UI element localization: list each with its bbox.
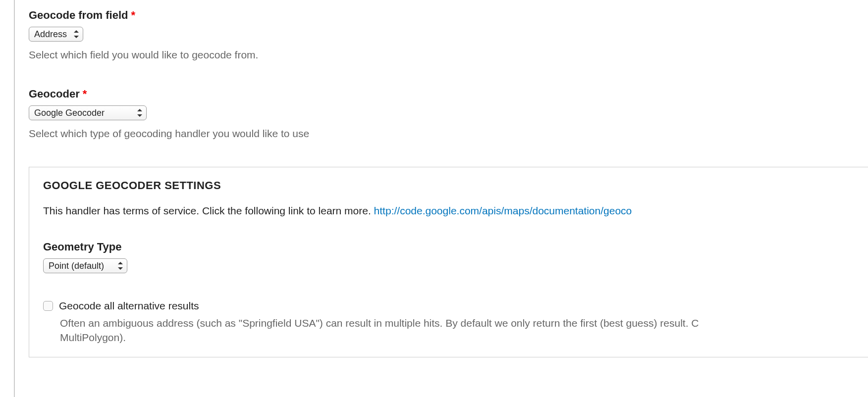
- required-mark-icon: *: [83, 88, 87, 100]
- geocode-from-selected-value: Address: [34, 29, 67, 39]
- geocoder-field-group: Geocoder * Google Geocoder Select which …: [29, 88, 868, 141]
- chevron-updown-icon: [137, 109, 142, 117]
- geocode-from-help: Select which field you would like to geo…: [29, 48, 868, 62]
- geocoder-help: Select which type of geocoding handler y…: [29, 126, 868, 141]
- chevron-updown-icon: [74, 30, 79, 38]
- geocode-from-label: Geocode from field *: [29, 9, 868, 22]
- geocode-from-select[interactable]: Address: [29, 27, 83, 42]
- tos-text: This handler has terms of service. Click…: [43, 205, 854, 217]
- alt-results-checkbox[interactable]: [43, 301, 53, 311]
- geometry-type-selected-value: Point (default): [49, 261, 104, 271]
- geocoder-select[interactable]: Google Geocoder: [29, 105, 147, 120]
- required-mark-icon: *: [131, 9, 136, 21]
- geocoder-selected-value: Google Geocoder: [34, 108, 105, 118]
- alt-results-label: Geocode all alternative results: [59, 300, 199, 312]
- google-geocoder-settings-fieldset: GOOGLE GEOCODER SETTINGS This handler ha…: [29, 167, 868, 357]
- geocode-from-label-text: Geocode from field: [29, 9, 128, 21]
- geocoder-label-text: Geocoder: [29, 88, 80, 100]
- tos-prefix: This handler has terms of service. Click…: [43, 205, 374, 216]
- fieldset-legend: GOOGLE GEOCODER SETTINGS: [43, 179, 854, 192]
- tos-link[interactable]: http://code.google.com/apis/maps/documen…: [374, 205, 632, 216]
- alt-results-help: Often an ambiguous address (such as "Spr…: [60, 316, 854, 345]
- alt-results-row: Geocode all alternative results: [43, 300, 854, 312]
- geocoder-label: Geocoder *: [29, 88, 868, 100]
- geometry-type-label: Geometry Type: [43, 241, 854, 253]
- chevron-updown-icon: [118, 262, 123, 270]
- form-container: Geocode from field * Address Select whic…: [14, 0, 868, 397]
- geometry-type-select[interactable]: Point (default): [43, 258, 127, 273]
- geocode-from-field-group: Geocode from field * Address Select whic…: [29, 9, 868, 62]
